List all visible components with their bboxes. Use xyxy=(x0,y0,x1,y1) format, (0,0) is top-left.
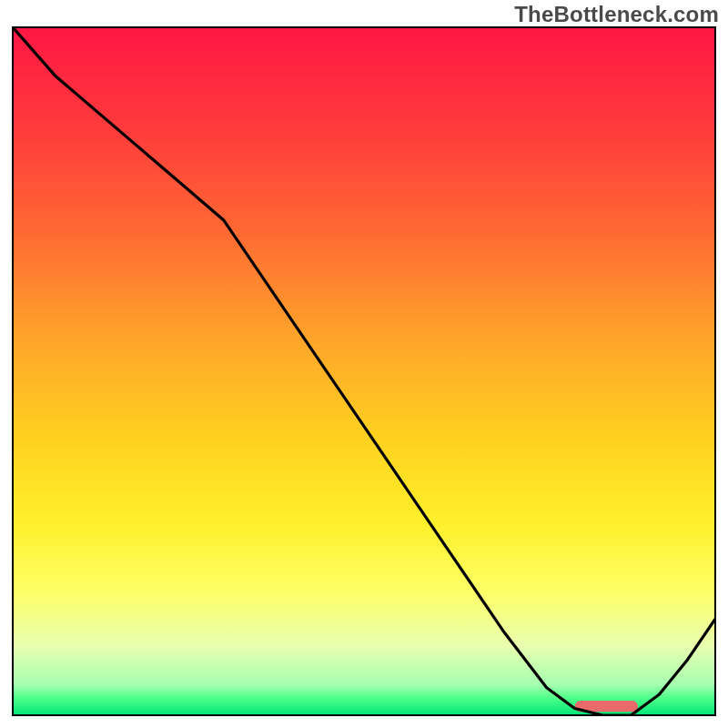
chart-stage: TheBottleneck.com xyxy=(0,0,728,728)
bottleneck-chart xyxy=(0,0,728,728)
